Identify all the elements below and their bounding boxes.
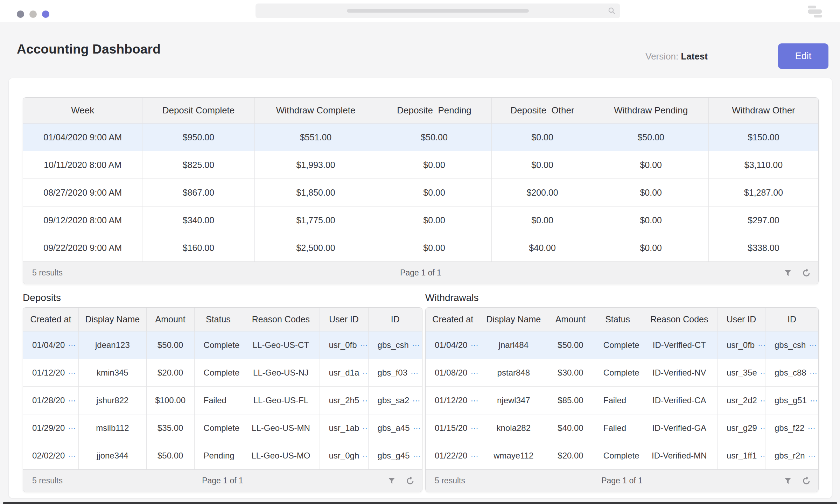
menu-bar-icon <box>808 9 822 14</box>
cell-reason-codes: LL-Geo-US-MN <box>242 414 320 442</box>
address-search-input[interactable] <box>255 4 620 18</box>
cell-status: Complete <box>194 331 242 359</box>
column-header-created-at: Created at <box>426 308 480 331</box>
cell-user-id: usr_2d2⋯ <box>718 387 765 414</box>
refresh-icon <box>802 476 811 485</box>
truncation-ellipsis-icon: ⋯ <box>807 424 816 433</box>
truncation-ellipsis-icon: ⋯ <box>360 341 368 350</box>
window-control-dot-3[interactable] <box>42 10 49 18</box>
cell-amount: $30.00 <box>547 359 594 387</box>
cell-deposite-pending: $50.00 <box>377 124 491 151</box>
refresh-button[interactable] <box>405 476 415 486</box>
filter-button[interactable] <box>386 476 397 486</box>
column-header-amount: Amount <box>146 308 194 331</box>
cell-withdraw-other: $1,287.00 <box>708 179 818 206</box>
cell-deposite-pending: $0.00 <box>377 206 491 234</box>
cell-deposite-pending: $0.00 <box>377 234 491 262</box>
table-row[interactable]: 01/15/20⋯knola282$40.00FailedID-Verified… <box>426 414 818 442</box>
cell-week: 09/22/2020 9:00 AM <box>23 234 142 262</box>
cell-withdraw-complete: $1,993.00 <box>254 151 377 179</box>
cell-status: Complete <box>194 359 242 387</box>
window-control-dot-1[interactable] <box>17 10 24 18</box>
column-header-reason-codes: Reason Codes <box>242 308 320 331</box>
cell-deposite-other: $0.00 <box>491 124 593 151</box>
cell-withdraw-complete: $1,850.00 <box>254 179 377 206</box>
cell-withdraw-pending: $0.00 <box>593 179 708 206</box>
table-row[interactable]: 01/08/20⋯pstar848$30.00CompleteID-Verifi… <box>426 359 818 387</box>
deposits-table-card: Created atDisplay NameAmountStatusReason… <box>23 307 422 492</box>
cell-id: gbs_f03⋯ <box>368 359 422 387</box>
truncation-ellipsis-icon: ⋯ <box>808 451 816 460</box>
table-row[interactable]: 01/12/20⋯njewl347$85.00FailedID-Verified… <box>426 387 818 414</box>
table-row[interactable]: 09/22/2020 9:00 AM$160.00$2,500.00$0.00$… <box>23 234 818 262</box>
cell-reason-codes: ID-Verified-CA <box>641 387 718 414</box>
truncation-ellipsis-icon: ⋯ <box>413 451 421 460</box>
truncation-ellipsis-icon: ⋯ <box>470 424 478 433</box>
truncation-ellipsis-icon: ⋯ <box>810 369 818 377</box>
window-control-dot-2[interactable] <box>29 10 37 18</box>
withdrawals-table-card: Created atDisplay NameAmountStatusReason… <box>425 307 819 492</box>
cell-withdraw-pending: $0.00 <box>593 206 708 234</box>
refresh-button[interactable] <box>801 268 811 278</box>
cell-display-name: jdean123 <box>78 331 146 359</box>
cell-id: gbs_f22⋯ <box>765 414 818 442</box>
cell-withdraw-other: $338.00 <box>708 234 818 262</box>
window-controls <box>17 10 49 18</box>
version-label: Version: <box>645 51 681 62</box>
filter-button[interactable] <box>783 268 793 278</box>
cell-amount: $20.00 <box>146 359 194 387</box>
edit-button[interactable]: Edit <box>778 43 828 69</box>
cell-id: gbs_r2n⋯ <box>765 442 818 470</box>
column-header-status: Status <box>194 308 242 331</box>
table-row[interactable]: 01/04/20⋯jdean123$50.00CompleteLL-Geo-US… <box>23 331 422 359</box>
withdrawals-header-row: Created atDisplay NameAmountStatusReason… <box>426 308 818 331</box>
withdrawals-table: Created atDisplay NameAmountStatusReason… <box>426 308 818 469</box>
table-row[interactable]: 08/27/2020 9:00 AM$867.00$1,850.00$0.00$… <box>23 179 818 206</box>
cell-created-at: 01/15/20⋯ <box>426 414 480 442</box>
cell-amount: $35.00 <box>146 414 194 442</box>
cell-deposite-other: $0.00 <box>491 206 593 234</box>
cell-reason-codes: ID-Verified-MN <box>641 442 718 470</box>
truncation-ellipsis-icon: ⋯ <box>68 396 76 405</box>
refresh-button[interactable] <box>801 476 811 486</box>
table-row[interactable]: 10/11/2020 8:00 AM$825.00$1,993.00$0.00$… <box>23 151 818 179</box>
table-row[interactable]: 01/04/20⋯jnarl484$50.00CompleteID-Verifi… <box>426 331 818 359</box>
filter-button[interactable] <box>783 476 793 486</box>
table-row[interactable]: 01/22/20⋯wmaye112$20.00CompleteID-Verifi… <box>426 442 818 470</box>
cell-id: gbs_sa2⋯ <box>368 387 422 414</box>
cell-display-name: kmin345 <box>78 359 146 387</box>
cell-withdraw-other: $297.00 <box>708 206 818 234</box>
column-header-week: Week <box>23 98 142 124</box>
cell-display-name: jshur822 <box>78 387 146 414</box>
deposits-table: Created atDisplay NameAmountStatusReason… <box>23 308 422 469</box>
browser-menu-icon[interactable] <box>807 4 823 18</box>
cell-user-id: usr_0gh⋯ <box>320 442 368 470</box>
table-row[interactable]: 01/04/2020 9:00 AM$950.00$551.00$50.00$0… <box>23 124 818 151</box>
cell-reason-codes: LL-Geo-US-MO <box>242 442 320 470</box>
cell-created-at: 02/02/20⋯ <box>23 442 78 470</box>
cell-id: gbs_csh⋯ <box>765 331 818 359</box>
cell-amount: $85.00 <box>547 387 594 414</box>
column-header-deposite-other: Deposite Other <box>491 98 593 124</box>
cell-id: gbs_c88⋯ <box>765 359 818 387</box>
cell-status: Failed <box>594 387 641 414</box>
table-row[interactable]: 01/12/20⋯kmin345$20.00CompleteLL-Geo-US-… <box>23 359 422 387</box>
truncation-ellipsis-icon: ⋯ <box>760 396 765 405</box>
table-row[interactable]: 01/28/20⋯jshur822$100.00FailedLL-Geo-US-… <box>23 387 422 414</box>
results-count: 5 results <box>32 268 63 278</box>
cell-reason-codes: LL-Geo-US-NJ <box>242 359 320 387</box>
cell-user-id: usr_0fb⋯ <box>718 331 765 359</box>
search-placeholder-bar <box>347 9 529 13</box>
cell-withdraw-other: $150.00 <box>708 124 818 151</box>
window-bottom-edge <box>3 502 837 504</box>
column-header-user-id: User ID <box>718 308 765 331</box>
withdrawals-table-footer: 5 results Page 1 of 1 <box>426 469 818 492</box>
cell-display-name: pstar848 <box>480 359 547 387</box>
truncation-ellipsis-icon: ⋯ <box>362 369 368 377</box>
table-row[interactable]: 09/12/2020 8:00 AM$340.00$1,775.00$0.00$… <box>23 206 818 234</box>
cell-created-at: 01/12/20⋯ <box>23 359 78 387</box>
truncation-ellipsis-icon: ⋯ <box>411 369 419 377</box>
column-header-reason-codes: Reason Codes <box>641 308 718 331</box>
table-row[interactable]: 01/29/20⋯msilb112$35.00CompleteLL-Geo-US… <box>23 414 422 442</box>
table-row[interactable]: 02/02/20⋯jjone344$50.00PendingLL-Geo-US-… <box>23 442 422 470</box>
